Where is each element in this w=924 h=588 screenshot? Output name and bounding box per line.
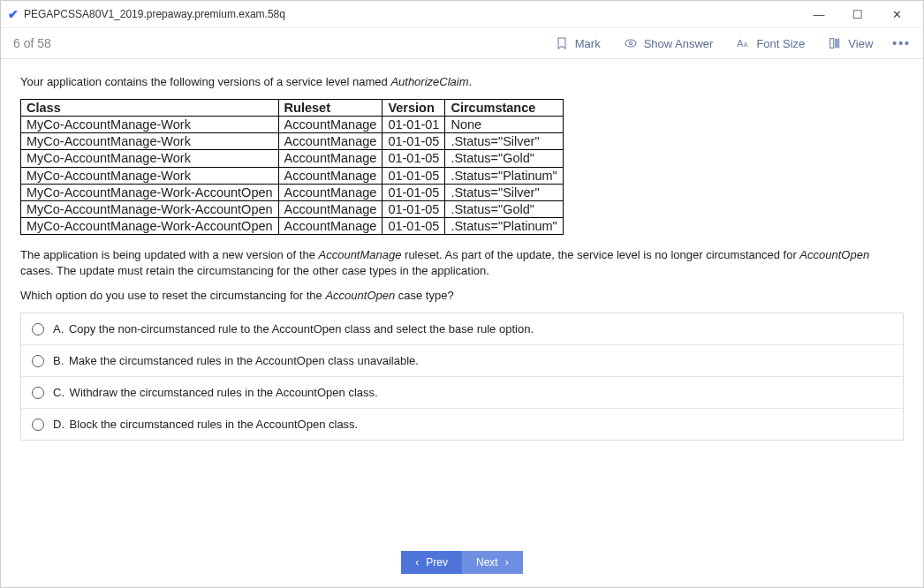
col-class: Class <box>21 100 279 117</box>
question-para: The application is being updated with a … <box>20 247 904 278</box>
table-row: MyCo-AccountManage-Work-AccountOpenAccou… <box>21 184 564 200</box>
table-row: MyCo-AccountManage-WorkAccountManage01-0… <box>21 150 564 167</box>
table-row: MyCo-AccountManage-WorkAccountManage01-0… <box>21 133 564 150</box>
mark-button[interactable]: Mark <box>555 36 601 50</box>
bookmark-icon <box>555 36 569 50</box>
table-row: MyCo-AccountManage-WorkAccountManage01-0… <box>21 167 564 184</box>
question-counter: 6 of 58 <box>13 36 51 50</box>
svg-point-0 <box>625 40 636 47</box>
question-intro: Your application contains the following … <box>20 75 904 88</box>
radio-icon <box>32 355 44 367</box>
answer-option-c[interactable]: C. Withdraw the circumstanced rules in t… <box>21 377 903 409</box>
app-check-icon: ✔ <box>8 7 19 21</box>
question-prompt: Which option do you use to reset the cir… <box>20 289 904 302</box>
sla-table: Class Ruleset Version Circumstance MyCo-… <box>20 99 564 235</box>
radio-icon <box>32 418 44 431</box>
option-letter: B. <box>53 354 64 367</box>
option-text: Make the circumstanced rules in the Acco… <box>65 354 419 367</box>
radio-icon <box>32 323 44 335</box>
table-row: MyCo-AccountManage-Work-AccountOpenAccou… <box>21 200 564 217</box>
toolbar: 6 of 58 Mark Show Answer AA Font Size Vi… <box>1 27 923 59</box>
chevron-left-icon: ‹ <box>415 556 419 569</box>
answer-option-d[interactable]: D. Block the circumstanced rules in the … <box>21 409 903 440</box>
answer-option-a[interactable]: A. Copy the non-circumstanced rule to th… <box>21 313 903 345</box>
minimize-button[interactable]: — <box>799 1 838 27</box>
table-row: MyCo-AccountManage-WorkAccountManage01-0… <box>21 117 564 133</box>
svg-text:A: A <box>744 41 748 49</box>
svg-point-1 <box>629 41 632 44</box>
svg-rect-4 <box>830 39 834 49</box>
answer-option-b[interactable]: B. Make the circumstanced rules in the A… <box>21 345 903 377</box>
more-menu-button[interactable]: ••• <box>892 36 911 50</box>
close-button[interactable]: ✕ <box>877 1 916 27</box>
window-controls: — ☐ ✕ <box>799 1 916 27</box>
col-version: Version <box>382 100 445 117</box>
option-letter: C. <box>53 386 64 399</box>
svg-rect-5 <box>835 39 839 49</box>
chevron-right-icon: › <box>505 556 509 569</box>
radio-icon <box>32 387 44 399</box>
next-button[interactable]: Next › <box>462 551 523 574</box>
font-size-button[interactable]: AA Font Size <box>736 36 805 50</box>
prev-button[interactable]: ‹ Prev <box>401 551 462 574</box>
col-ruleset: Ruleset <box>278 100 382 117</box>
option-letter: A. <box>53 322 64 335</box>
view-button[interactable]: View <box>828 36 873 50</box>
answer-options: A. Copy the non-circumstanced rule to th… <box>20 313 904 441</box>
col-circumstance: Circumstance <box>445 100 563 117</box>
table-row: MyCo-AccountManage-Work-AccountOpenAccou… <box>21 217 564 234</box>
window-title: PEGAPCSSA80V1_2019.prepaway.premium.exam… <box>24 8 285 20</box>
option-text: Block the circumstanced rules in the Acc… <box>66 418 358 431</box>
titlebar: ✔ PEGAPCSSA80V1_2019.prepaway.premium.ex… <box>1 1 923 27</box>
option-text: Withdraw the circumstanced rules in the … <box>66 386 378 399</box>
sla-table-header-row: Class Ruleset Version Circumstance <box>21 100 564 117</box>
option-letter: D. <box>53 418 64 431</box>
show-answer-button[interactable]: Show Answer <box>624 36 714 50</box>
font-size-icon: AA <box>736 36 750 50</box>
view-layout-icon <box>828 36 842 50</box>
option-text: Copy the non-circumstanced rule to the A… <box>65 322 534 335</box>
app-window: ✔ PEGAPCSSA80V1_2019.prepaway.premium.ex… <box>0 0 924 588</box>
question-content: Your application contains the following … <box>1 59 923 538</box>
footer-nav: ‹ Prev Next › <box>1 538 923 587</box>
maximize-button[interactable]: ☐ <box>838 1 877 27</box>
eye-icon <box>624 36 638 50</box>
